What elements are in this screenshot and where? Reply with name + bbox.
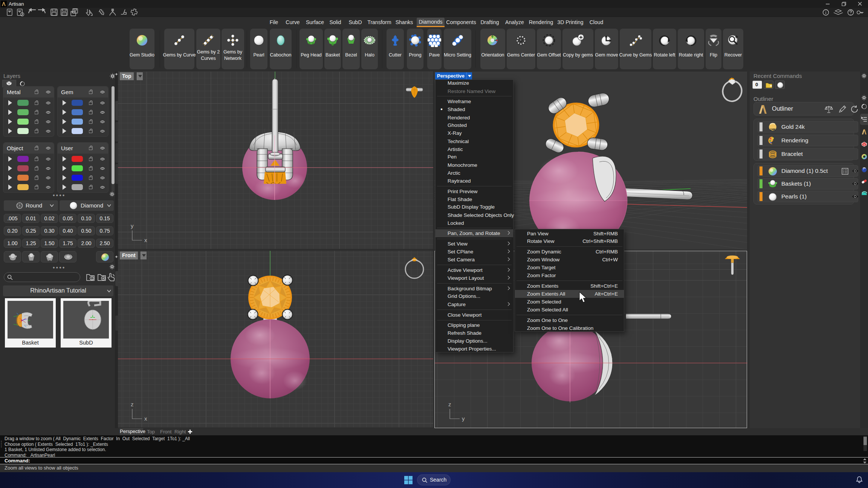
svg-text:24K: 24K bbox=[770, 128, 776, 131]
svg-text:y: y bbox=[131, 223, 134, 229]
svg-text:x: x bbox=[144, 237, 147, 243]
svg-text:x: x bbox=[144, 415, 147, 422]
svg-text:z: z bbox=[131, 401, 134, 407]
svg-text:z: z bbox=[448, 401, 451, 407]
svg-text:y: y bbox=[462, 415, 465, 422]
